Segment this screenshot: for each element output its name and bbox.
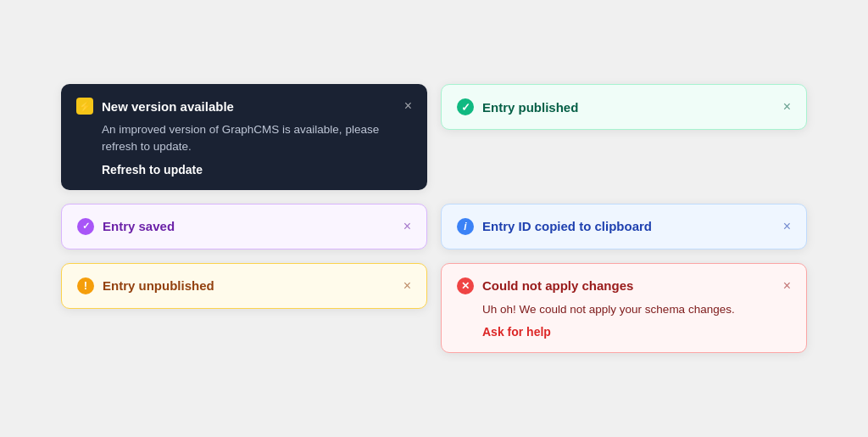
toast-schema-error: Could not apply changes × Uh oh! We coul…: [441, 263, 807, 353]
toast-title: New version available: [102, 99, 396, 114]
toast-entry-saved: Entry saved ×: [61, 204, 427, 249]
warning-icon: [77, 277, 94, 294]
close-button[interactable]: ×: [403, 220, 411, 233]
check-icon: [457, 98, 474, 115]
toast-title: Entry published: [482, 100, 775, 115]
error-icon: [457, 277, 474, 294]
info-icon: [457, 218, 474, 235]
close-button[interactable]: ×: [783, 100, 791, 114]
toast-body: Uh oh! We could not apply your schema ch…: [457, 301, 791, 318]
close-button[interactable]: ×: [783, 220, 791, 233]
toast-title: Could not apply changes: [482, 278, 775, 293]
close-button[interactable]: ×: [403, 279, 411, 293]
toast-title: Entry saved: [103, 219, 395, 233]
toast-action-link[interactable]: Refresh to update: [76, 163, 412, 176]
toast-title: Entry unpublished: [103, 278, 395, 293]
toast-new-version: New version available × An improved vers…: [61, 84, 427, 190]
toast-title: Entry ID copied to clipboard: [482, 219, 775, 233]
toast-entry-unpublished: Entry unpublished ×: [61, 263, 427, 309]
notifications-grid: New version available × An improved vers…: [27, 50, 841, 387]
lightning-bolt-icon: [76, 98, 93, 115]
toast-entry-published: Entry published ×: [441, 84, 807, 130]
toast-body: An improved version of GraphCMS is avail…: [76, 121, 412, 156]
toast-action-link[interactable]: Ask for help: [457, 325, 791, 339]
close-button[interactable]: ×: [783, 279, 791, 293]
toast-clipboard: Entry ID copied to clipboard ×: [441, 204, 807, 249]
close-button[interactable]: ×: [404, 99, 412, 113]
check-icon: [77, 218, 94, 235]
